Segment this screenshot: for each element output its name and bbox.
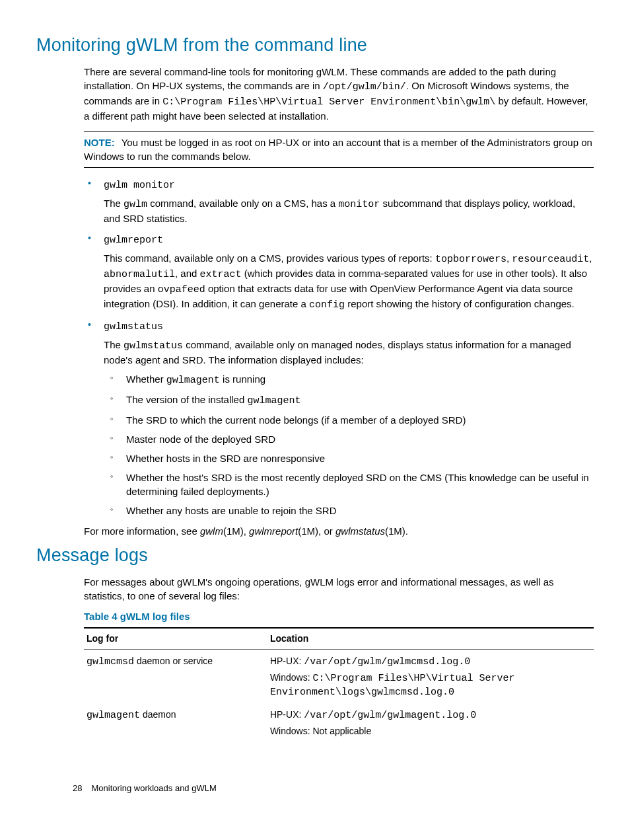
text: This command, available only on a CMS, p…	[104, 252, 435, 264]
table-row: gwlmagent daemon HP-UX: /var/opt/gwlm/gw…	[84, 703, 594, 742]
text: The version of the installed	[126, 394, 247, 405]
text: (1M)	[385, 525, 405, 537]
inline-code: extract	[200, 269, 242, 280]
inline-code: gwlmagent	[87, 710, 140, 721]
sub-list-item: Whether hosts in the SRD are nonresponsi…	[104, 451, 594, 465]
command-name: gwlm monitor	[104, 180, 175, 191]
text: Windows:	[270, 672, 313, 683]
text: HP-UX:	[270, 709, 304, 720]
command-name: gwlmstatus	[104, 321, 163, 332]
sub-list-item: The SRD to which the current node belong…	[104, 413, 594, 427]
sub-list-item: The version of the installed gwlmagent	[104, 393, 594, 408]
text: daemon	[140, 709, 176, 720]
manpage-ref: gwlmstatus	[335, 525, 385, 537]
inline-code: gwlmagent	[166, 375, 220, 386]
list-item: gwlm monitor The gwlm command, available…	[84, 177, 594, 225]
text: Whether	[126, 373, 166, 385]
page-footer: 28Monitoring workloads and gWLM	[73, 783, 217, 794]
inline-code: monitor	[338, 199, 380, 210]
manpage-ref: gwlm	[200, 525, 223, 537]
text: is running	[220, 373, 265, 385]
note-label: NOTE:	[84, 137, 115, 148]
path: /var/opt/gwlm/gwlmcmsd.log.0	[304, 656, 470, 668]
inline-code: ovpafeed	[158, 284, 205, 295]
page-number: 28	[73, 783, 82, 793]
inline-code: gwlmstatus	[123, 340, 183, 352]
path: /var/opt/gwlm/gwlmagent.log.0	[304, 710, 476, 721]
text: .	[405, 525, 408, 537]
path-hpux: /opt/gwlm/bin/	[323, 81, 406, 93]
table-header-logfor: Log for	[84, 628, 267, 650]
sub-list-item: Whether the host's SRD is the most recen…	[104, 471, 594, 498]
note-block: NOTE:You must be logged in as root on HP…	[84, 131, 594, 168]
sub-list-item: Whether any hosts are unable to rejoin t…	[104, 504, 594, 517]
note-text: You must be logged in as root on HP-UX o…	[84, 137, 592, 162]
log-files-table: Log for Location gwlmcmsd daemon or serv…	[84, 627, 594, 742]
command-name: gwlmreport	[104, 235, 163, 246]
text: command, available only on a CMS, has a	[147, 198, 338, 209]
inline-code: abnormalutil	[104, 269, 175, 280]
text: ,	[244, 525, 249, 537]
section2-intro: For messages about gWLM's ongoing operat…	[84, 575, 594, 603]
inline-code: resourceaudit	[512, 254, 589, 265]
section-heading-monitoring: Monitoring gWLM from the command line	[36, 33, 594, 58]
footer-title: Monitoring workloads and gWLM	[91, 783, 216, 793]
table-row: gwlmcmsd daemon or service HP-UX: /var/o…	[84, 650, 594, 704]
item-description: The gwlmstatus command, available only o…	[104, 338, 594, 367]
text: Windows: Not applicable	[270, 725, 591, 738]
inline-code: gwlmcmsd	[87, 656, 134, 668]
list-item: gwlmstatus The gwlmstatus command, avail…	[84, 319, 594, 517]
text: HP-UX:	[270, 656, 304, 666]
text: For more information, see	[84, 525, 200, 537]
section-heading-message-logs: Message logs	[36, 543, 594, 568]
text: report showing the history of configurat…	[345, 298, 575, 309]
list-item: gwlmreport This command, available only …	[84, 232, 594, 312]
text: , and	[175, 268, 200, 279]
intro-paragraph: There are several command-line tools for…	[84, 65, 594, 123]
inline-code: gwlmagent	[247, 395, 300, 406]
text: , or	[318, 525, 335, 537]
text: (1M)	[223, 525, 244, 537]
text: The	[104, 198, 123, 209]
sub-list-item: Master node of the deployed SRD	[104, 432, 594, 446]
path-windows: C:\Program Files\HP\Virtual Server Envir…	[162, 96, 495, 108]
inline-code: config	[309, 299, 345, 311]
text: (1M)	[298, 525, 318, 537]
text: ,	[589, 252, 592, 264]
inline-code: gwlm	[123, 199, 147, 210]
table-header-location: Location	[267, 628, 594, 650]
item-description: The gwlm command, available only on a CM…	[104, 196, 594, 225]
more-info: For more information, see gwlm(1M), gwlm…	[84, 524, 594, 538]
text: The	[104, 339, 123, 350]
item-description: This command, available only on a CMS, p…	[104, 251, 594, 312]
sub-list-item: Whether gwlmagent is running	[104, 372, 594, 387]
manpage-ref: gwlmreport	[249, 525, 298, 537]
table-caption: Table 4 gWLM log files	[84, 609, 594, 623]
text: daemon or service	[134, 656, 213, 666]
inline-code: topborrowers	[435, 254, 507, 265]
